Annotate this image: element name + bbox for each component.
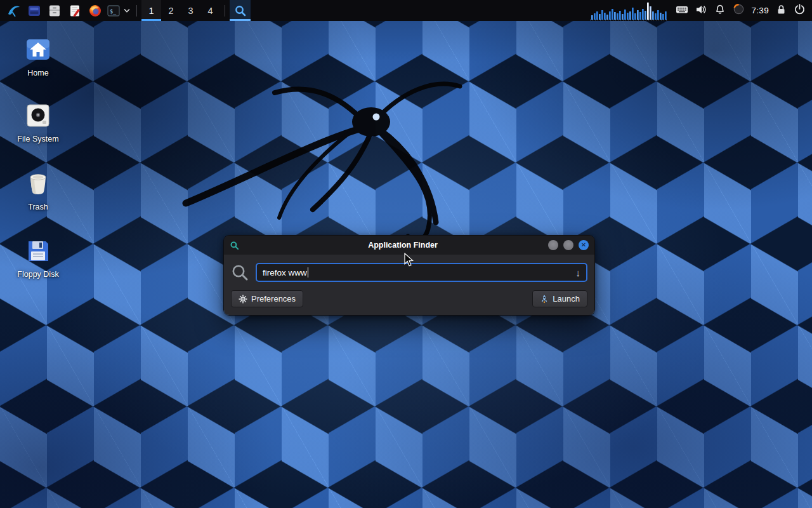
power-manager-icon[interactable] (733, 3, 745, 18)
firefox-icon[interactable] (85, 0, 105, 21)
clock[interactable]: 7:39 (752, 6, 769, 15)
mouse-cursor (404, 253, 414, 267)
file-system-drive-icon (25, 102, 51, 129)
app-finder-window-icon (230, 241, 239, 250)
volume-icon[interactable] (695, 4, 707, 18)
desktop: $_ 1 2 3 4 (0, 0, 812, 508)
desktop-icon-label: Home (9, 69, 67, 77)
logout-icon[interactable] (794, 3, 806, 18)
close-button[interactable]: ✕ (579, 240, 589, 250)
maximize-button[interactable] (563, 240, 573, 250)
workspace-button-2[interactable]: 2 (161, 0, 181, 21)
launch-rocket-icon (540, 295, 549, 304)
lock-screen-icon[interactable] (776, 4, 787, 18)
notifications-icon[interactable] (714, 4, 726, 18)
desktop-icon-trash[interactable]: Trash (9, 170, 67, 211)
preferences-button-label: Preferences (251, 294, 296, 304)
desktop-icon-home[interactable]: Home (9, 36, 67, 77)
minimize-button[interactable] (548, 240, 558, 250)
keyboard-layout-icon[interactable] (676, 4, 688, 18)
app-finder-taskbar-icon[interactable] (230, 0, 251, 21)
text-editor-icon[interactable] (65, 0, 85, 21)
desktop-icon-label: File System (9, 135, 67, 144)
home-folder-icon (25, 36, 51, 63)
terminal-icon[interactable]: $_ (105, 0, 122, 21)
search-input[interactable]: firefox www ↓ (256, 263, 587, 282)
terminal-dropdown-chevron-icon[interactable] (122, 0, 132, 21)
search-input-text: firefox www (263, 268, 307, 277)
kali-dragon-wallpaper-art (162, 56, 517, 246)
top-panel: $_ 1 2 3 4 (0, 0, 812, 21)
trash-can-icon (25, 170, 51, 197)
desktop-icon-file-system[interactable]: File System (9, 102, 67, 144)
workspace-button-1[interactable]: 1 (141, 0, 161, 21)
launch-button-label: Launch (553, 294, 580, 304)
titlebar[interactable]: Application Finder ✕ (224, 236, 594, 255)
panel-separator (225, 5, 225, 17)
system-monitor-graph[interactable] (590, 1, 669, 20)
preferences-button[interactable]: Preferences (231, 290, 303, 307)
desktop-icon-label: Floppy Disk (9, 270, 67, 279)
application-finder-window: Application Finder ✕ firefox www ↓ (223, 235, 595, 316)
file-manager-icon[interactable] (24, 0, 44, 21)
entry-dropdown-arrow-icon[interactable]: ↓ (576, 268, 581, 277)
kali-menu-icon[interactable] (4, 0, 24, 21)
window-title: Application Finder (262, 241, 544, 250)
workspace-button-4[interactable]: 4 (200, 0, 220, 21)
panel-separator (136, 5, 137, 17)
text-caret (308, 267, 308, 277)
search-icon (231, 264, 249, 281)
workspace-button-3[interactable]: 3 (181, 0, 200, 21)
launch-button[interactable]: Launch (532, 290, 587, 307)
file-cabinet-icon[interactable] (44, 0, 65, 21)
desktop-icon-label: Trash (9, 203, 67, 211)
svg-text:$_: $_ (110, 8, 117, 14)
gear-icon (239, 295, 247, 304)
desktop-icon-floppy-disk[interactable]: Floppy Disk (9, 237, 67, 279)
floppy-disk-icon (25, 237, 51, 264)
